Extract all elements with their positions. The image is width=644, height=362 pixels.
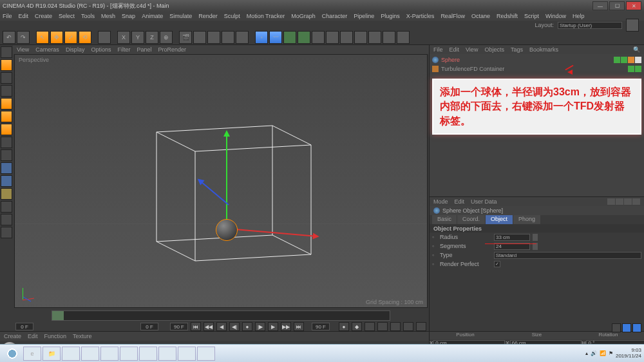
objmgr-menu-bookmarks[interactable]: Bookmarks bbox=[529, 46, 558, 53]
menu-edit[interactable]: Edit bbox=[19, 13, 29, 19]
vp-menu-display[interactable]: Display bbox=[66, 46, 85, 53]
select-tool[interactable]: ↖ bbox=[36, 31, 49, 44]
nav-up-icon[interactable] bbox=[624, 198, 632, 205]
vp-menu-cameras[interactable]: Cameras bbox=[35, 46, 59, 53]
spline-button[interactable]: 〰 bbox=[269, 31, 282, 44]
search-icon[interactable]: 🔍 bbox=[633, 46, 640, 53]
environment-button[interactable] bbox=[312, 31, 325, 44]
taskbar-app-icon[interactable] bbox=[178, 347, 196, 361]
start-button[interactable] bbox=[3, 346, 22, 361]
object-name[interactable]: TurbulenceFD Container bbox=[441, 66, 504, 72]
deformer-button[interactable] bbox=[298, 31, 310, 44]
move-tool[interactable]: ✥ bbox=[50, 31, 63, 44]
tfd-emitter-tag-icon[interactable] bbox=[635, 57, 641, 63]
matmgr-menu-function[interactable]: Function bbox=[44, 333, 67, 339]
timeline-current-input[interactable] bbox=[140, 323, 158, 330]
vp-menu-options[interactable]: Options bbox=[91, 46, 111, 53]
taskbar-app-icon[interactable] bbox=[120, 347, 138, 361]
key-param-icon[interactable] bbox=[403, 322, 413, 331]
play-forward-button[interactable]: ▶ bbox=[268, 322, 278, 331]
snap-settings-icon[interactable] bbox=[1, 175, 12, 187]
taskbar-app-icon[interactable] bbox=[158, 347, 176, 361]
goto-start-button[interactable]: ⏮ bbox=[191, 322, 201, 331]
close-button[interactable]: ✕ bbox=[626, 1, 641, 10]
render-view-button[interactable]: 🎬 bbox=[179, 31, 192, 44]
render-settings-button[interactable] bbox=[207, 31, 220, 44]
menu-octane[interactable]: Octane bbox=[471, 13, 490, 19]
menu-render[interactable]: Render bbox=[198, 13, 218, 19]
workplane-mode-icon[interactable] bbox=[1, 188, 12, 200]
play-backward-button[interactable]: ◀ bbox=[216, 322, 227, 331]
sphere-object[interactable] bbox=[216, 219, 238, 241]
menu-snap[interactable]: Snap bbox=[122, 13, 135, 19]
edge-mode-icon[interactable] bbox=[1, 111, 12, 122]
attrmgr-menu-userdata[interactable]: User Data bbox=[471, 198, 497, 205]
taskbar-app-icon[interactable] bbox=[62, 347, 80, 361]
vp-menu-panel[interactable]: Panel bbox=[137, 46, 151, 53]
polygon-mode-icon[interactable] bbox=[1, 124, 12, 135]
menu-plugins[interactable]: Plugins bbox=[381, 13, 400, 19]
menu-realflow[interactable]: RealFlow bbox=[440, 13, 465, 19]
render-perfect-checkbox[interactable]: ✓ bbox=[494, 261, 500, 267]
autokey-button[interactable]: ● bbox=[339, 322, 349, 331]
menu-sculpt[interactable]: Sculpt bbox=[224, 13, 240, 19]
menu-tools[interactable]: Tools bbox=[81, 13, 95, 19]
radius-input[interactable] bbox=[494, 234, 530, 241]
layout-select[interactable] bbox=[558, 22, 622, 29]
objmgr-menu-file[interactable]: File bbox=[433, 46, 443, 53]
generator-button[interactable] bbox=[283, 31, 296, 44]
undo-button[interactable]: ↶ bbox=[3, 31, 15, 44]
timeline-slider[interactable] bbox=[52, 310, 390, 321]
taskbar-app-icon[interactable] bbox=[197, 347, 215, 361]
vp-menu-filter[interactable]: Filter bbox=[117, 46, 130, 53]
realflow-button[interactable] bbox=[383, 31, 395, 44]
taskbar-app-icon[interactable] bbox=[100, 347, 118, 361]
texture-mode-icon[interactable] bbox=[1, 72, 12, 84]
menu-character[interactable]: Character bbox=[322, 13, 348, 19]
menu-pipeline[interactable]: Pipeline bbox=[354, 13, 374, 19]
menu-script[interactable]: Script bbox=[524, 13, 539, 19]
menu-redshift[interactable]: Redshift bbox=[497, 13, 518, 19]
axis-icon[interactable] bbox=[1, 137, 12, 148]
pencil-icon[interactable] bbox=[622, 323, 631, 332]
tray-icon[interactable]: ⚑ bbox=[609, 350, 613, 356]
key-rot-icon[interactable] bbox=[390, 322, 401, 331]
menu-xparticles[interactable]: X-Particles bbox=[406, 13, 435, 19]
object-row-tfd[interactable]: TurbulenceFD Container bbox=[432, 64, 641, 73]
menu-file[interactable]: File bbox=[3, 13, 12, 19]
scale-tool[interactable]: ⤢ bbox=[64, 31, 77, 44]
tab-coord[interactable]: Coord. bbox=[457, 215, 485, 224]
objmgr-menu-tags[interactable]: Tags bbox=[511, 46, 523, 53]
world-icon[interactable]: ⊕ bbox=[160, 31, 173, 44]
tray-chevron-icon[interactable]: ▴ bbox=[585, 350, 588, 356]
objmgr-menu-view[interactable]: View bbox=[466, 46, 478, 53]
timeline-end-input[interactable] bbox=[312, 323, 330, 330]
cube-primitive-button[interactable]: ▫ bbox=[255, 31, 268, 44]
visibility-tag-icon[interactable] bbox=[628, 66, 634, 72]
step-forward-keyframe-button[interactable]: ▶▶ bbox=[281, 322, 291, 331]
matmgr-menu-texture[interactable]: Texture bbox=[73, 333, 92, 339]
taskbar-ie-icon[interactable]: e bbox=[23, 347, 41, 361]
menu-motiontracker[interactable]: Motion Tracker bbox=[247, 13, 285, 19]
workplane-icon[interactable] bbox=[1, 85, 12, 97]
nav-home-icon[interactable] bbox=[632, 198, 640, 205]
visibility-tag-icon[interactable] bbox=[614, 57, 620, 63]
key-pla-icon[interactable] bbox=[416, 322, 426, 331]
point-mode-icon[interactable] bbox=[1, 98, 12, 110]
snap-enable-icon[interactable] bbox=[1, 162, 12, 174]
maximize-button[interactable]: ☐ bbox=[609, 1, 625, 10]
matmgr-menu-create[interactable]: Create bbox=[4, 333, 21, 339]
y-lock-icon[interactable]: Y bbox=[131, 31, 144, 44]
tab-object[interactable]: Object bbox=[486, 215, 513, 224]
step-forward-button[interactable]: |▶ bbox=[255, 322, 265, 331]
timeline-playhead[interactable] bbox=[52, 311, 64, 320]
attrmgr-menu-mode[interactable]: Mode bbox=[433, 198, 448, 205]
phong-tag-icon[interactable] bbox=[628, 57, 634, 63]
matmgr-menu-edit[interactable]: Edit bbox=[28, 333, 38, 339]
make-editable-icon[interactable] bbox=[1, 46, 12, 58]
redo-button[interactable]: ↷ bbox=[17, 31, 30, 44]
record-button[interactable]: ● bbox=[242, 322, 252, 331]
menu-select[interactable]: Select bbox=[59, 13, 75, 19]
key-pos-icon[interactable] bbox=[365, 322, 375, 331]
type-select[interactable] bbox=[494, 252, 641, 259]
